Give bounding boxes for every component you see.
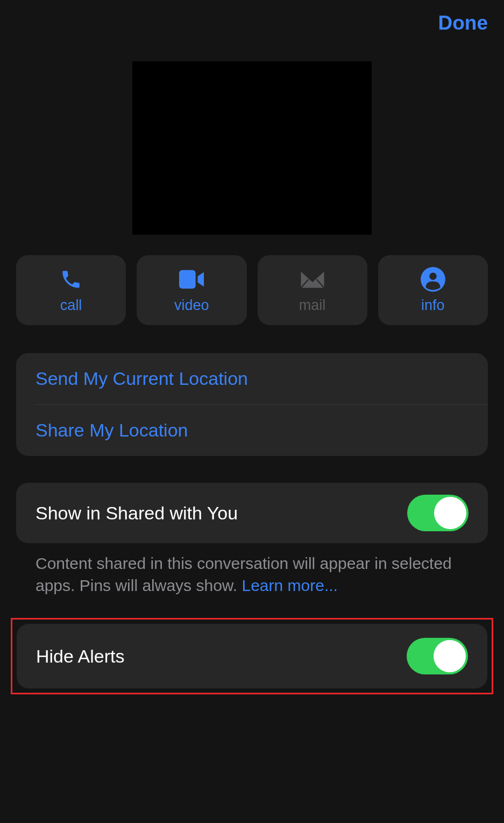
hide-alerts-highlight: Hide Alerts — [11, 618, 493, 694]
contact-avatar — [132, 61, 372, 235]
video-icon — [179, 267, 204, 292]
learn-more-link[interactable]: Learn more... — [242, 576, 338, 594]
mail-button: mail — [258, 255, 367, 325]
mail-label: mail — [299, 297, 326, 314]
hide-alerts-row: Hide Alerts — [17, 624, 487, 688]
action-buttons-row: call video mail info — [0, 255, 504, 325]
info-label: info — [421, 297, 445, 314]
svg-rect-0 — [179, 270, 196, 289]
video-button[interactable]: video — [137, 255, 246, 325]
person-circle-icon — [421, 267, 445, 292]
svg-point-2 — [429, 272, 436, 279]
phone-icon — [59, 267, 83, 292]
video-label: video — [174, 297, 209, 314]
share-my-location-button[interactable]: Share My Location — [16, 405, 488, 456]
hide-alerts-toggle[interactable] — [407, 638, 468, 674]
avatar-section — [0, 61, 504, 235]
shared-with-you-footer: Content shared in this conversation will… — [16, 553, 488, 596]
shared-with-you-row: Show in Shared with You — [16, 483, 488, 543]
call-label: call — [60, 297, 82, 314]
call-button[interactable]: call — [16, 255, 126, 325]
toggle-knob — [434, 497, 466, 529]
mail-icon — [300, 267, 325, 292]
toggle-knob — [434, 640, 466, 672]
location-section: Send My Current Location Share My Locati… — [16, 353, 488, 456]
hide-alerts-label: Hide Alerts — [36, 646, 124, 667]
shared-with-you-toggle[interactable] — [407, 495, 468, 531]
shared-with-you-label: Show in Shared with You — [36, 503, 238, 524]
send-current-location-button[interactable]: Send My Current Location — [16, 353, 488, 404]
header-bar: Done — [0, 0, 504, 34]
info-button[interactable]: info — [378, 255, 488, 325]
done-button[interactable]: Done — [438, 12, 488, 34]
